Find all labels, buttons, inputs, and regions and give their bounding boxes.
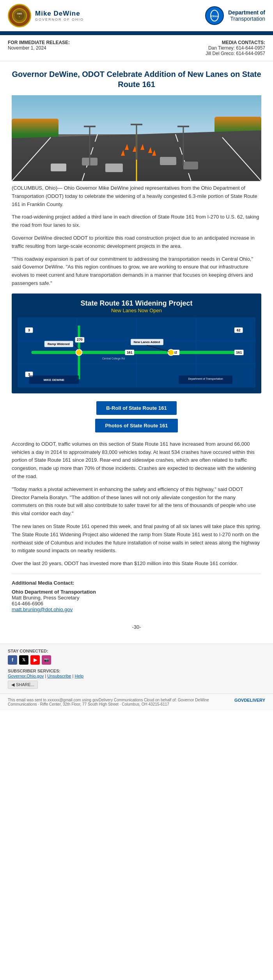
contact-phone: 614-466-6906 <box>12 601 261 606</box>
svg-text:161: 161 <box>127 350 133 354</box>
youtube-icon[interactable]: ▶ <box>30 655 40 665</box>
article-title: Governor DeWine, ODOT Celebrate Addition… <box>12 69 261 89</box>
svg-text:270: 270 <box>77 338 83 341</box>
subscriber-label: SUBSCRIBER SERVICES: <box>8 669 60 673</box>
map-title: State Route 161 Widening Project <box>18 299 255 308</box>
contact-person: Matt Bruning, Press Secretary <box>12 595 261 601</box>
para5: "Today marks a pivotal achievement in en… <box>12 486 261 518</box>
governor-name: Mike DeWine <box>35 10 84 18</box>
subscriber-links: Governor.Ohio.gov | Unsubscribe | Help <box>8 674 265 678</box>
svg-text:★: ★ <box>19 16 20 18</box>
governor-title: Governor of Ohio <box>35 18 84 21</box>
photos-button[interactable]: Photos of State Route 161 <box>95 419 177 432</box>
hero-image <box>12 95 261 181</box>
end-mark: -30- <box>12 624 261 630</box>
seal-icon: OHIO ★ <box>12 8 27 23</box>
facebook-icon[interactable]: f <box>8 655 17 665</box>
governor-seal: OHIO ★ <box>8 4 31 27</box>
svg-rect-32 <box>177 126 189 127</box>
additional-contact: Additional Media Contact: Ohio Departmen… <box>12 574 261 618</box>
svg-rect-31 <box>84 126 96 127</box>
release-left: FOR IMMEDIATE RELEASE: November 1, 2024 <box>8 40 70 56</box>
governor-info: Mike DeWine Governor of Ohio <box>35 10 84 21</box>
svg-text:62: 62 <box>237 328 241 332</box>
media-label: MEDIA CONTACTS: <box>206 40 265 45</box>
map-visual: 161 270 3 3 62 62 161 <box>18 317 255 388</box>
para2: Governor DeWine directed ODOT to priorit… <box>12 234 261 251</box>
header-right: Ohio Department of Transportation <box>205 6 265 25</box>
unsubscribe-link[interactable]: Unsubscribe <box>47 674 71 678</box>
map-svg: 161 270 3 3 62 62 161 <box>18 317 255 388</box>
share-icon: ◀ <box>11 682 14 687</box>
svg-text:Department of Transportation: Department of Transportation <box>188 377 223 381</box>
share-label: SHARE... <box>16 682 34 687</box>
svg-point-55 <box>76 349 82 356</box>
contact2: Jill Del Greco: 614-644-0957 <box>206 51 265 56</box>
para4: According to ODOT, traffic volumes on th… <box>12 440 261 481</box>
article-body-2: According to ODOT, traffic volumes on th… <box>12 440 261 568</box>
para3: "This roadway expansion is part of our c… <box>12 255 261 288</box>
svg-text:Ohio: Ohio <box>211 14 218 18</box>
help-link[interactable]: Help <box>74 674 83 678</box>
para-caption: (COLUMBUS, Ohio)— Ohio Governor Mike DeW… <box>12 184 261 208</box>
odot-dept: Department of <box>228 9 265 16</box>
odot-transport: Transportation <box>228 16 265 22</box>
para1: The road-widening project added a third … <box>12 213 261 229</box>
release-date: November 1, 2024 <box>8 45 70 51</box>
broll-button[interactable]: B-Roll of State Route 161 <box>96 401 176 415</box>
stay-label: STAY CONNECTED: <box>8 649 265 653</box>
page-header: OHIO ★ Mike DeWine Governor of Ohio Ohio… <box>0 0 273 33</box>
header-left: OHIO ★ Mike DeWine Governor of Ohio <box>8 4 84 27</box>
svg-rect-24 <box>105 164 123 172</box>
release-label: FOR IMMEDIATE RELEASE: <box>8 40 70 45</box>
footer-text: This email was sent to xxxxxx@gmail.com … <box>8 698 234 706</box>
svg-text:161: 161 <box>236 350 242 354</box>
subscriber-section: SUBSCRIBER SERVICES: <box>8 668 265 674</box>
ohio-logo: Ohio <box>205 6 224 25</box>
svg-text:Central College Rd: Central College Rd <box>102 357 125 360</box>
release-right: MEDIA CONTACTS: Dan Tierney: 614-644-095… <box>206 40 265 56</box>
social-icons: f 𝕏 ▶ 📷 <box>8 655 265 665</box>
svg-rect-27 <box>51 164 66 171</box>
share-button[interactable]: ◀ SHARE... <box>8 681 38 689</box>
contact1: Dan Tierney: 614-644-0957 <box>206 45 265 51</box>
map-subtitle: New Lanes Now Open <box>18 308 255 313</box>
para6: The new lanes on State Route 161 opened … <box>12 523 261 555</box>
svg-point-56 <box>168 349 174 356</box>
para7: Over the last 20 years, ODOT has investe… <box>12 560 261 568</box>
contact-org: Ohio Department of Transportation <box>12 589 261 595</box>
instagram-icon[interactable]: 📷 <box>42 655 51 665</box>
svg-text:OHIO: OHIO <box>17 12 22 15</box>
svg-rect-26 <box>183 162 198 169</box>
article-body: (COLUMBUS, Ohio)— Ohio Governor Mike DeW… <box>12 184 261 288</box>
main-content: Governor DeWine, ODOT Celebrate Addition… <box>0 61 273 644</box>
release-info: FOR IMMEDIATE RELEASE: November 1, 2024 … <box>0 35 273 61</box>
twitter-icon[interactable]: 𝕏 <box>19 655 28 665</box>
svg-rect-25 <box>160 157 176 165</box>
contact-title: Additional Media Contact: <box>12 580 261 586</box>
govdelivery-logo: GOVDELIVERY <box>234 698 265 703</box>
governor-ohio-link[interactable]: Governor.Ohio.gov <box>8 674 44 678</box>
stay-connected: STAY CONNECTED: f 𝕏 ▶ 📷 SUBSCRIBER SERVI… <box>0 644 273 694</box>
svg-text:3: 3 <box>28 328 30 332</box>
odot-info: Department of Transportation <box>228 9 265 22</box>
hero-svg <box>12 95 261 181</box>
svg-text:New Lanes Added: New Lanes Added <box>134 340 160 344</box>
bottom-footer: This email was sent to xxxxxx@gmail.com … <box>0 694 273 710</box>
svg-text:MIKE DEWINE: MIKE DEWINE <box>44 378 64 382</box>
map-section: State Route 161 Widening Project New Lan… <box>12 293 261 393</box>
button-section: B-Roll of State Route 161 Photos of Stat… <box>12 399 261 434</box>
svg-text:Ramp Widened: Ramp Widened <box>48 342 70 346</box>
svg-rect-33 <box>131 124 142 125</box>
contact-email[interactable]: matt.bruning@dot.ohio.gov <box>12 606 261 612</box>
